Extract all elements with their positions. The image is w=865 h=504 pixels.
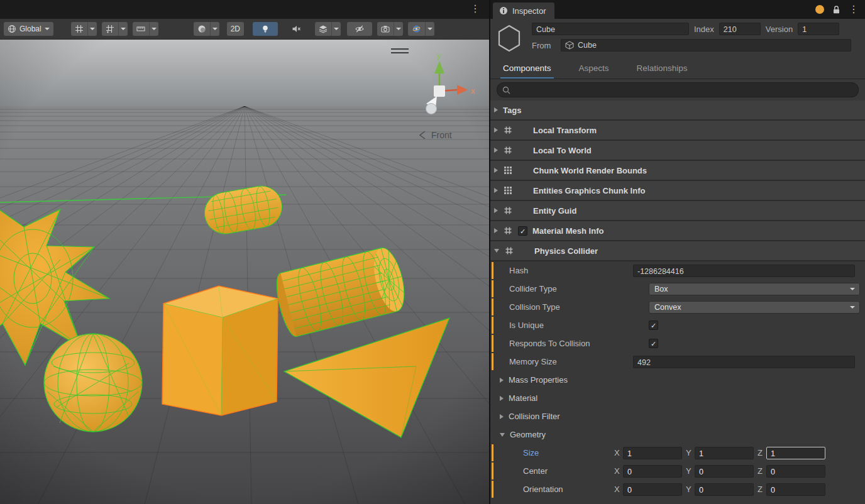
foldout-mass-properties[interactable]: Mass Properties xyxy=(490,371,865,389)
component-row-local-to-world[interactable]: Local To World xyxy=(490,141,865,161)
chunk-component-icon xyxy=(503,185,513,195)
tab-relationships[interactable]: Relationships xyxy=(637,58,688,79)
2d-mode-button[interactable]: 2D xyxy=(227,22,244,36)
memory-size-field[interactable]: 492 xyxy=(633,356,855,368)
collider-type-label: Collider Type xyxy=(490,284,633,293)
component-enabled-checkbox[interactable]: ✓ xyxy=(518,226,527,236)
foldout-arrow-icon[interactable] xyxy=(494,168,498,173)
foldout-arrow-icon[interactable] xyxy=(500,378,504,383)
axis-x-label: X xyxy=(614,448,623,457)
gizmo-x-label: x xyxy=(471,86,475,96)
component-row-chunk-world-render-bounds[interactable]: Chunk World Render Bounds xyxy=(490,161,865,181)
axis-z-label: Z xyxy=(758,485,766,494)
foldout-arrow-icon[interactable] xyxy=(494,208,498,213)
center-y-field[interactable]: 0 xyxy=(695,465,754,478)
search-box[interactable] xyxy=(497,82,859,97)
foldout-arrow-icon[interactable] xyxy=(494,249,499,253)
material-label: Material xyxy=(509,393,537,403)
size-y-field[interactable]: 1 xyxy=(695,447,754,459)
grid-visual-button[interactable] xyxy=(71,22,97,36)
entity-name-field[interactable]: Cube xyxy=(532,23,689,35)
handle-orientation-button[interactable]: Global xyxy=(4,22,53,36)
foldout-arrow-icon[interactable] xyxy=(494,107,498,112)
grid-icon xyxy=(75,25,84,33)
foldout-arrow-icon[interactable] xyxy=(500,433,505,437)
eye-slash-icon xyxy=(355,25,364,33)
inspector-tab[interactable]: Inspector xyxy=(493,3,554,19)
component-icon xyxy=(504,246,514,256)
component-row-entities-graphics-chunk-info[interactable]: Entities Graphics Chunk Info xyxy=(490,181,865,201)
orientation-y-field[interactable]: 0 xyxy=(695,483,754,496)
mass-properties-label: Mass Properties xyxy=(509,375,568,385)
component-row-local-transform[interactable]: Local Transform xyxy=(490,121,865,141)
foldout-collision-filter[interactable]: Collision Filter xyxy=(490,407,865,425)
tab-aspects[interactable]: Aspects xyxy=(579,58,609,79)
responds-checkbox[interactable]: ✓ xyxy=(649,339,658,348)
axis-z-label: Z xyxy=(758,466,766,476)
size-x-field[interactable]: 1 xyxy=(623,447,682,459)
geometry-label: Geometry xyxy=(510,430,546,439)
orientation-z-field[interactable]: 0 xyxy=(766,483,825,496)
component-icon xyxy=(503,205,513,216)
scene-viewport[interactable]: y x Front xyxy=(0,40,489,504)
chunk-component-icon xyxy=(503,165,513,175)
vignette xyxy=(0,40,489,504)
hidden-objects-button[interactable] xyxy=(347,22,372,36)
tab-components[interactable]: Components xyxy=(503,58,551,79)
component-row-entity-guid[interactable]: Entity Guid xyxy=(490,201,865,221)
foldout-arrow-icon[interactable] xyxy=(494,128,498,133)
component-label: Material Mesh Info xyxy=(532,226,603,236)
gizmos-button[interactable] xyxy=(408,22,434,36)
memory-size-label: Memory Size xyxy=(490,357,633,366)
foldout-arrow-icon[interactable] xyxy=(500,414,504,419)
center-x-field[interactable]: 0 xyxy=(623,465,682,478)
from-value: Cube xyxy=(578,39,597,52)
scene-toolbar: Global 2D xyxy=(0,19,489,40)
lock-icon[interactable] xyxy=(832,5,841,14)
size-label: Size xyxy=(490,448,614,457)
entity-header: Cube Index 210 Version 1 From Cube xyxy=(490,19,865,58)
component-label: Physics Collider xyxy=(534,246,598,256)
geometry-row-center: Center X 0 Y 0 Z 0 xyxy=(490,462,865,480)
scene-3d-canvas[interactable]: y x Front xyxy=(0,40,489,504)
foldout-arrow-icon[interactable] xyxy=(494,148,498,153)
foldout-geometry[interactable]: Geometry xyxy=(490,425,865,444)
camera-settings-button[interactable] xyxy=(377,22,403,36)
foldout-arrow-icon[interactable] xyxy=(494,228,498,233)
scene-lighting-button[interactable] xyxy=(253,22,278,36)
entity-from-field[interactable]: Cube xyxy=(561,39,851,52)
component-row-material-mesh-info[interactable]: ✓ Material Mesh Info xyxy=(490,221,865,241)
grid-snap-button[interactable] xyxy=(102,22,128,36)
hash-value-field[interactable]: -1286284416 xyxy=(633,265,855,277)
orientation-x-field[interactable]: 0 xyxy=(623,483,682,496)
component-row-physics-collider[interactable]: Physics Collider xyxy=(490,241,865,261)
gizmo-center-cube[interactable] xyxy=(434,85,445,97)
inspector-kebab-menu-icon[interactable]: ⋮ xyxy=(849,4,859,14)
search-input[interactable] xyxy=(514,85,853,95)
component-row-tags[interactable]: Tags xyxy=(490,101,865,121)
entity-index-field[interactable]: 210 xyxy=(719,23,761,35)
draw-mode-button[interactable] xyxy=(194,22,219,36)
hash-label: Hash xyxy=(490,266,633,275)
gizmo-z-ball[interactable] xyxy=(426,104,437,114)
collider-type-dropdown[interactable]: Box xyxy=(649,283,860,295)
is-unique-checkbox[interactable]: ✓ xyxy=(649,320,658,330)
foldout-material[interactable]: Material xyxy=(490,389,865,407)
collider-type-value: Box xyxy=(654,285,668,293)
axis-y-label: Y xyxy=(686,466,695,476)
foldout-arrow-icon[interactable] xyxy=(494,188,498,193)
property-row-memory-size: Memory Size 492 xyxy=(490,353,865,371)
axis-x-label: X xyxy=(614,485,623,494)
entity-version-field[interactable]: 1 xyxy=(798,23,839,35)
collision-type-dropdown[interactable]: Convex xyxy=(649,301,860,314)
gizmo-view-label[interactable]: Front xyxy=(431,130,452,140)
center-z-field[interactable]: 0 xyxy=(766,465,825,478)
size-z-field[interactable]: 1 xyxy=(766,447,825,459)
scene-audio-button[interactable] xyxy=(288,22,305,36)
property-row-hash: Hash -1286284416 xyxy=(490,261,865,280)
foldout-arrow-icon[interactable] xyxy=(500,396,504,401)
snap-increment-button[interactable] xyxy=(133,22,158,36)
effects-button[interactable] xyxy=(315,22,341,36)
chevron-down-icon xyxy=(334,28,339,30)
scene-kebab-menu-icon[interactable]: ⋮ xyxy=(470,4,480,14)
